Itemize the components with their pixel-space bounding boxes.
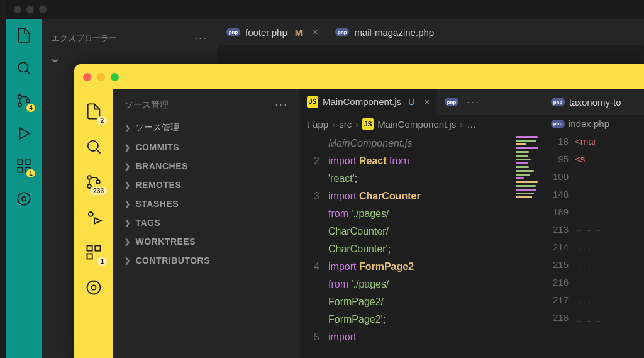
close-icon[interactable]: × [313,27,318,37]
traffic-close-icon[interactable] [83,73,91,81]
section-label: WORKTREES [136,237,196,247]
svg-point-11 [22,197,26,201]
code-content[interactable]: MainComponent.jsimport React from'react'… [328,133,514,358]
back-titlebar [6,0,644,19]
side-code-editor[interactable]: 1895100148189213214215216217218 <mai<s →… [543,133,644,358]
section-label: STASHES [136,199,179,209]
svg-marker-18 [94,218,101,223]
scm-badge: 233 [90,187,107,195]
crumb[interactable]: t-app [307,119,328,130]
svg-marker-5 [20,128,30,138]
chevron-right-icon: ❯ [125,219,131,227]
traffic-zoom-icon[interactable] [111,73,119,81]
php-file-icon: php [551,98,565,106]
chevron-down-icon[interactable]: ❯ [52,58,59,63]
source-control-icon[interactable]: 233 [84,172,103,191]
scm-section-tags[interactable]: ❯TAGS [113,213,299,232]
tab-label: MainComponent.js [323,96,401,107]
more-icon[interactable]: ··· [194,31,208,45]
tab-taxonomy[interactable]: php taxonomy-to [543,89,629,115]
scm-section-worktrees[interactable]: ❯WORKTREES [113,232,299,251]
crumb-file: index.php [569,118,609,129]
run-debug-icon[interactable] [84,208,103,227]
scm-section-ソース管理[interactable]: ❯ソース管理 [113,118,299,138]
php-file-icon: php [445,98,458,106]
explorer-title: エクスプローラー [52,33,117,44]
breadcrumbs[interactable]: t-app›src›JSMainComponent.js›… [299,115,543,133]
scm-section-remotes[interactable]: ❯REMOTES [113,176,299,194]
chevron-right-icon: ❯ [125,162,131,171]
line-gutter: 2 3 4 5 [299,133,328,358]
tab-footer.php[interactable]: phpfooter.phpM× [218,19,326,45]
foreground-vscode-window: 2 233 1 ソース管理 ··· ❯ソース管理❯COMMITS❯BRANCHE… [74,64,644,358]
crumb[interactable]: src [339,119,352,130]
gitlens-icon[interactable] [15,190,33,208]
gitlens-icon[interactable] [84,278,103,297]
scm-section-branches[interactable]: ❯BRANCHES [113,157,299,176]
svg-point-10 [18,193,30,205]
scm-panel-title: ソース管理 [125,99,169,111]
chevron-right-icon: ❯ [125,143,131,152]
source-control-icon[interactable]: 4 [15,92,33,109]
svg-point-22 [87,281,101,294]
svg-point-14 [87,176,91,179]
front-sidebar: ソース管理 ··· ❯ソース管理❯COMMITS❯BRANCHES❯REMOTE… [113,89,299,358]
section-label: BRANCHES [136,161,188,171]
more-icon[interactable]: ··· [467,96,480,109]
extensions-icon[interactable]: 1 [15,157,33,175]
code-editor[interactable]: 2 3 4 5 MainComponent.jsimport React fro… [299,133,543,358]
traffic-minimize-icon[interactable] [26,6,34,13]
front-editor-area: JS MainComponent.js U × php··· t-app›src… [299,89,644,358]
git-status-m: M [295,27,303,38]
traffic-close-icon[interactable] [14,6,21,13]
traffic-minimize-icon[interactable] [97,73,105,81]
front-activitybar: 2 233 1 [74,89,113,358]
tab-label: mail-magazine.php [354,27,434,38]
crumb[interactable]: MainComponent.js [377,119,456,130]
svg-point-23 [92,286,96,290]
search-icon[interactable] [84,137,103,156]
tab-mail-magazine.php[interactable]: phpmail-magazine.php [326,19,443,45]
svg-line-13 [97,150,101,154]
ext-badge: 1 [26,169,35,177]
run-debug-icon[interactable] [15,125,33,142]
files-badge: 2 [97,116,107,125]
svg-rect-8 [18,167,23,172]
explorer-icon[interactable]: 2 [84,102,103,121]
explorer-icon[interactable] [15,26,33,44]
main-tabs: JS MainComponent.js U × php··· [299,89,543,115]
tab-maincomponent[interactable]: JS MainComponent.js U × [299,89,437,115]
svg-point-3 [18,103,21,106]
back-activitybar: 4 1 [6,19,42,358]
minimap[interactable] [514,133,543,358]
front-titlebar [74,64,644,89]
section-label: CONTRIBUTORS [136,255,211,266]
scm-section-contributors[interactable]: ❯CONTRIBUTORS [113,251,299,270]
svg-point-4 [26,99,30,102]
chevron-right-icon: ❯ [125,124,130,132]
svg-rect-19 [87,246,92,251]
scm-badge: 4 [26,104,35,112]
tab-php-extra[interactable]: php··· [437,89,487,115]
tab-label: footer.php [245,27,287,38]
svg-point-2 [18,95,21,98]
traffic-zoom-icon[interactable] [39,6,47,13]
extensions-icon[interactable]: 1 [84,243,103,262]
close-icon[interactable]: × [425,97,430,107]
scm-section-stashes[interactable]: ❯STASHES [113,194,299,213]
section-label: TAGS [136,218,161,228]
search-icon[interactable] [15,59,33,77]
svg-point-12 [88,141,98,151]
svg-point-0 [18,62,28,72]
php-file-icon: php [551,120,565,128]
more-icon[interactable]: ··· [275,98,288,111]
side-code-content[interactable]: <mai<s → → →→ → →→ → → → → →→ → → [575,133,644,358]
chevron-right-icon: ❯ [125,181,131,189]
svg-line-1 [26,70,30,74]
svg-point-17 [89,212,93,216]
side-breadcrumbs[interactable]: php index.php [543,115,644,133]
js-file-icon: JS [362,118,374,130]
crumb[interactable]: … [467,119,476,130]
js-file-icon: JS [307,96,318,108]
scm-section-commits[interactable]: ❯COMMITS [113,138,299,157]
